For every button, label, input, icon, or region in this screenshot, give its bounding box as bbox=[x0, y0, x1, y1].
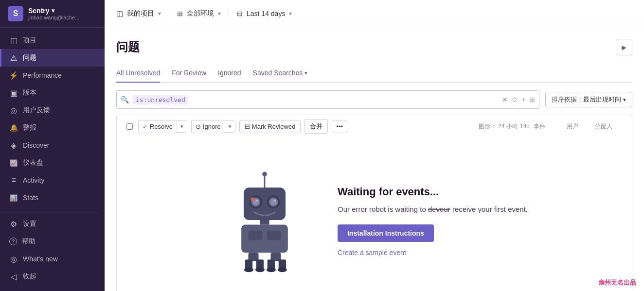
play-button[interactable]: ▶ bbox=[616, 39, 632, 55]
issues-icon: ⚠ bbox=[9, 53, 18, 62]
discover-icon: ◈ bbox=[9, 141, 18, 150]
sidebar-item-projects[interactable]: ◫ 项目 bbox=[0, 32, 105, 49]
org-name: Sentry ▾ bbox=[28, 7, 97, 15]
issues-toolbar: ✓ Resolve ▾ ⊙ Ignore ▾ ⊟ Mark Reviewed 合… bbox=[116, 115, 632, 137]
search-bookmark-icon[interactable]: ✩ bbox=[512, 96, 518, 103]
svg-rect-12 bbox=[260, 220, 269, 225]
search-input-display: is:unresolved bbox=[133, 96, 502, 103]
search-bar[interactable]: 🔍 is:unresolved ✕ ✩ + ⊞ bbox=[116, 90, 539, 109]
page-content: 问题 ▶ All Unresolved For Review Ignored S… bbox=[105, 27, 644, 291]
sidebar-item-label: 警报 bbox=[23, 123, 36, 132]
sidebar-item-issues[interactable]: ⚠ 问题 bbox=[0, 49, 105, 67]
sidebar-item-discover[interactable]: ◈ Discover bbox=[0, 137, 105, 154]
sidebar-item-whats-new[interactable]: ◎ What's new bbox=[0, 250, 105, 268]
svg-point-10 bbox=[270, 199, 276, 205]
sidebar-item-collapse[interactable]: ◁ 收起 bbox=[0, 268, 105, 285]
ignore-button[interactable]: ⊙ Ignore bbox=[191, 120, 225, 133]
search-options-icon[interactable]: ⊞ bbox=[529, 96, 535, 103]
tab-for-review[interactable]: For Review bbox=[172, 65, 206, 83]
search-icon: 🔍 bbox=[121, 96, 129, 103]
svg-point-6 bbox=[256, 200, 258, 202]
col-assign-header: 分配人 bbox=[595, 122, 624, 131]
resolve-split-button: ✓ Resolve ▾ bbox=[138, 120, 187, 133]
feedback-icon: ◎ bbox=[9, 106, 18, 115]
more-actions-button[interactable]: ••• bbox=[332, 120, 347, 133]
issues-tabs: All Unresolved For Review Ignored Saved … bbox=[116, 65, 632, 83]
sidebar-item-settings[interactable]: ⚙ 设置 bbox=[0, 215, 105, 233]
activity-icon: ≡ bbox=[9, 176, 18, 185]
date-icon: ⊟ bbox=[237, 10, 243, 17]
svg-point-24 bbox=[267, 268, 276, 273]
whats-new-icon: ◎ bbox=[9, 255, 18, 263]
dashboards-icon: 📈 bbox=[9, 158, 18, 167]
resolve-button[interactable]: ✓ Resolve bbox=[138, 120, 177, 133]
ignore-split-button: ⊙ Ignore ▾ bbox=[191, 120, 235, 133]
svg-point-22 bbox=[244, 268, 253, 273]
sidebar-item-label: 项目 bbox=[23, 36, 36, 45]
sidebar-bottom: ⚙ 设置 ? 帮助 ◎ What's new ◁ 收起 bbox=[0, 211, 105, 291]
tab-all-unresolved[interactable]: All Unresolved bbox=[116, 65, 160, 83]
main-content: ◫ 我的项目 ▾ ⊞ 全部环境 ▾ ⊟ Last 14 days ▾ 问题 ▶ … bbox=[105, 0, 644, 291]
mark-reviewed-icon: ⊟ bbox=[245, 123, 250, 130]
env-selector[interactable]: ⊞ 全部环境 ▾ bbox=[169, 9, 229, 18]
sidebar-item-feedback[interactable]: ◎ 用户反馈 bbox=[0, 102, 105, 119]
search-actions: ✕ ✩ + ⊞ bbox=[502, 96, 535, 103]
project-selector[interactable]: ◫ 我的项目 ▾ bbox=[116, 9, 169, 18]
empty-state-text: Waiting for events... Our error robot is… bbox=[338, 186, 528, 257]
ignore-dropdown-button[interactable]: ▾ bbox=[225, 120, 235, 133]
mark-reviewed-button[interactable]: ⊟ Mark Reviewed bbox=[239, 120, 301, 133]
sidebar-item-dashboards[interactable]: 📈 仪表盘 bbox=[0, 154, 105, 171]
search-clear-icon[interactable]: ✕ bbox=[502, 96, 508, 103]
org-email: jinbao.wang@lache... bbox=[28, 15, 91, 20]
env-chevron-icon: ▾ bbox=[218, 10, 221, 17]
sidebar-item-releases[interactable]: ▣ 版本 bbox=[0, 84, 105, 102]
svg-point-25 bbox=[278, 268, 287, 273]
org-dropdown-icon: ▾ bbox=[52, 7, 54, 14]
org-logo: S bbox=[8, 6, 23, 21]
select-all-checkbox[interactable] bbox=[126, 123, 133, 130]
sort-dropdown[interactable]: 排序依据：最后出现时间 ▾ bbox=[545, 92, 632, 107]
date-selector[interactable]: ⊟ Last 14 days ▾ bbox=[229, 10, 300, 17]
saved-searches-chevron-icon: ▾ bbox=[304, 70, 307, 76]
col-events-header: 事件 bbox=[534, 122, 563, 131]
tab-ignored[interactable]: Ignored bbox=[218, 65, 241, 83]
projects-icon: ◫ bbox=[9, 36, 18, 45]
stats-icon: 📊 bbox=[9, 193, 18, 202]
resolve-check-icon: ✓ bbox=[143, 123, 148, 130]
svg-point-23 bbox=[255, 268, 265, 273]
select-all-checkbox-wrap bbox=[125, 123, 134, 130]
main-nav: ◫ 项目 ⚠ 问题 ⚡ Performance ▣ 版本 ◎ 用户反馈 🔔 警报 bbox=[0, 28, 105, 211]
topbar: ◫ 我的项目 ▾ ⊞ 全部环境 ▾ ⊟ Last 14 days ▾ bbox=[105, 0, 644, 27]
col-users-header: 用户 bbox=[567, 122, 591, 131]
sidebar-item-label: 版本 bbox=[23, 88, 36, 97]
sidebar-item-label: 帮助 bbox=[22, 237, 36, 246]
svg-rect-13 bbox=[241, 225, 288, 253]
sort-chevron-icon: ▾ bbox=[623, 97, 626, 103]
alerts-icon: 🔔 bbox=[9, 123, 18, 132]
page-header: 问题 ▶ bbox=[116, 39, 632, 55]
env-icon: ⊞ bbox=[177, 10, 183, 17]
org-info: Sentry ▾ jinbao.wang@lache... bbox=[28, 7, 97, 20]
sidebar-item-label: 设置 bbox=[23, 220, 36, 228]
search-add-icon[interactable]: + bbox=[521, 96, 525, 103]
merge-button[interactable]: 合并 bbox=[304, 119, 328, 134]
empty-state-heading: Waiting for events... bbox=[338, 186, 528, 198]
installation-instructions-button[interactable]: Installation Instructions bbox=[338, 224, 434, 242]
svg-point-7 bbox=[250, 197, 254, 201]
svg-point-1 bbox=[262, 172, 267, 177]
create-sample-event-link[interactable]: Create a sample event bbox=[338, 249, 528, 257]
search-tag: is:unresolved bbox=[133, 95, 188, 104]
empty-state: Waiting for events... Our error robot is… bbox=[116, 137, 632, 291]
resolve-dropdown-button[interactable]: ▾ bbox=[177, 120, 187, 133]
org-switcher[interactable]: S Sentry ▾ jinbao.wang@lache... bbox=[0, 0, 105, 28]
sidebar-item-label: Discover bbox=[23, 141, 49, 149]
sidebar-item-stats[interactable]: 📊 Stats bbox=[0, 189, 105, 206]
sidebar-item-alerts[interactable]: 🔔 警报 bbox=[0, 119, 105, 137]
sidebar-item-activity[interactable]: ≡ Activity bbox=[0, 171, 105, 189]
tab-saved-searches[interactable]: Saved Searches ▾ bbox=[253, 65, 308, 83]
sidebar-item-performance[interactable]: ⚡ Performance bbox=[0, 67, 105, 84]
page-title: 问题 bbox=[116, 39, 140, 55]
empty-state-body: Our error robot is waiting to devour rec… bbox=[338, 204, 528, 215]
project-chevron-icon: ▾ bbox=[158, 10, 161, 17]
sidebar-item-help[interactable]: ? 帮助 bbox=[0, 233, 105, 250]
